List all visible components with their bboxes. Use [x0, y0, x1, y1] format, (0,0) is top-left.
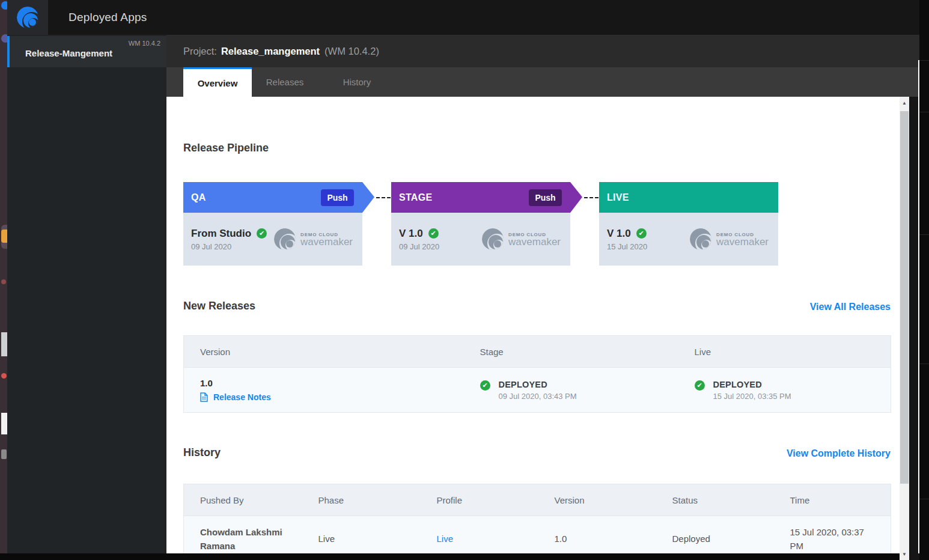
pipeline-connector — [362, 182, 391, 266]
app-window: Deployed Apps Release-Mangement WM 10.4.… — [0, 0, 929, 560]
project-header: Project: Release_mangement (WM 10.4.2) — [166, 35, 919, 67]
live-stage-name: LIVE — [607, 192, 629, 203]
stage-deployed-check-icon: ✔ — [428, 228, 439, 239]
dashed-connector-line — [376, 197, 391, 198]
new-releases-header: New Releases View All Releases — [183, 299, 891, 312]
release-notes-link[interactable]: Release Notes — [213, 392, 271, 402]
scrollbar-up-arrow-icon[interactable]: ▲ — [900, 98, 909, 108]
live-deployed-check-icon: ✔ — [695, 380, 705, 391]
column-profile: Profile — [421, 484, 538, 516]
live-deploy-status: DEPLOYED — [713, 380, 791, 389]
stage-date: 09 Jul 2020 — [399, 242, 439, 251]
live-cloud-brand: DEMO CLOUD wavemaker — [689, 227, 769, 251]
column-live: Live — [678, 336, 891, 368]
stage-version-label: V 1.0 — [399, 228, 423, 240]
history-table: Pushed By Phase Profile Version Status T… — [183, 484, 891, 553]
history-status: Deployed — [656, 516, 774, 554]
dock-icon-gray[interactable] — [1, 449, 7, 459]
wavemaker-logo-icon — [16, 5, 40, 29]
release-notes-icon — [200, 392, 208, 402]
scrollbar-thumb[interactable] — [900, 111, 909, 484]
column-version: Version — [184, 336, 464, 368]
tab-history[interactable]: History — [323, 67, 391, 97]
table-row: Chowdam Lakshmi Ramana Live Live 1.0 Dep… — [184, 516, 891, 554]
top-bar: Deployed Apps — [7, 0, 929, 35]
dock-icon-purple[interactable] — [1, 34, 7, 43]
os-dock-strip — [0, 0, 7, 560]
sidebar-item-release-mangement[interactable]: Release-Mangement WM 10.4.2 — [7, 36, 166, 67]
dock-icon-blue[interactable] — [1, 1, 7, 10]
pipeline-card-qa: QA Push From Studio ✔ 09 Jul 2020 — [183, 182, 362, 266]
tab-bar: Overview Releases History — [166, 67, 919, 97]
column-version: Version — [538, 484, 656, 516]
column-stage: Stage — [464, 336, 678, 368]
tab-releases[interactable]: Releases — [251, 67, 318, 97]
qa-push-button[interactable]: Push — [321, 189, 354, 206]
wavemaker-gray-logo-icon — [273, 227, 297, 251]
stage-header: STAGE Push — [391, 182, 570, 213]
wavemaker-label: wavemaker — [508, 237, 561, 247]
column-time: Time — [774, 484, 891, 516]
stage-deploy-status: DEPLOYED — [499, 380, 577, 389]
qa-body: From Studio ✔ 09 Jul 2020 — [183, 213, 362, 266]
release-version: 1.0 — [200, 378, 464, 388]
wavemaker-label: wavemaker — [716, 237, 769, 247]
column-pushed-by: Pushed By — [184, 484, 302, 516]
dock-icon-orange[interactable] — [1, 230, 7, 243]
sidebar: Release-Mangement WM 10.4.2 — [7, 35, 166, 560]
release-pipeline-title: Release Pipeline — [183, 141, 891, 154]
project-label: Project: — [183, 46, 217, 57]
column-phase: Phase — [302, 484, 421, 516]
wavemaker-gray-logo-icon — [481, 227, 505, 251]
dock-icon-red-dim[interactable] — [1, 279, 6, 284]
history-phase: Live — [302, 516, 421, 554]
project-version: (WM 10.4.2) — [324, 46, 379, 57]
vertical-scrollbar[interactable]: ▲ ▼ — [900, 97, 909, 560]
bottom-edge-bar — [0, 553, 900, 560]
live-deploy-time: 15 Jul 2020, 03:35 PM — [713, 392, 791, 401]
pipeline-card-stage: STAGE Push V 1.0 ✔ 09 Jul 2020 — [391, 182, 570, 266]
history-time: 15 Jul 2020, 03:37 PM — [774, 516, 891, 554]
stage-deployed-check-icon: ✔ — [480, 380, 490, 391]
live-header: LIVE — [599, 182, 778, 213]
live-date: 15 Jul 2020 — [607, 242, 647, 251]
wavemaker-gray-logo-icon — [689, 227, 713, 251]
project-name: Release_mangement — [221, 46, 320, 57]
pipeline-connector — [570, 182, 599, 266]
new-releases-title: New Releases — [183, 299, 255, 312]
live-body: V 1.0 ✔ 15 Jul 2020 — [599, 213, 778, 266]
wavemaker-logo-tile[interactable] — [7, 0, 48, 35]
history-title: History — [183, 446, 221, 459]
sidebar-app-name: Release-Mangement — [25, 48, 112, 58]
new-releases-table: Version Stage Live 1.0 — [183, 335, 891, 413]
sidebar-app-version: WM 10.4.2 — [129, 40, 160, 47]
dock-icon-gray-window[interactable] — [1, 332, 7, 356]
qa-header: QA Push — [183, 182, 362, 213]
history-header: History View Complete History — [183, 446, 891, 459]
column-status: Status — [656, 484, 774, 516]
history-pushed-by: Chowdam Lakshmi Ramana — [184, 516, 302, 554]
right-edge-strip — [919, 0, 929, 560]
qa-stage-name: QA — [191, 192, 206, 203]
view-complete-history-link[interactable]: View Complete History — [787, 448, 891, 459]
qa-version-label: From Studio — [191, 228, 251, 240]
qa-date: 09 Jul 2020 — [191, 242, 267, 251]
dashed-connector-line — [584, 197, 599, 198]
qa-cloud-brand: DEMO CLOUD wavemaker — [273, 227, 353, 251]
wavemaker-label: wavemaker — [300, 237, 353, 247]
table-row: 1.0 Release Notes — [184, 368, 891, 413]
main-content: Release Pipeline QA Push From Studio ✔ 0… — [166, 97, 900, 553]
history-profile-link[interactable]: Live — [437, 534, 454, 544]
stage-deploy-time: 09 Jul 2020, 03:43 PM — [499, 392, 577, 401]
stage-push-button[interactable]: Push — [529, 189, 562, 206]
page-title: Deployed Apps — [69, 11, 147, 24]
view-all-releases-link[interactable]: View All Releases — [810, 302, 891, 312]
live-deployed-check-icon: ✔ — [636, 228, 647, 239]
tab-overview[interactable]: Overview — [183, 67, 252, 97]
pipeline-card-live: LIVE V 1.0 ✔ 15 Jul 2020 — [599, 182, 778, 266]
dock-icon-red[interactable] — [1, 373, 7, 379]
release-pipeline: QA Push From Studio ✔ 09 Jul 2020 — [183, 182, 891, 266]
history-version: 1.0 — [538, 516, 656, 554]
dock-icon-white-window[interactable] — [1, 413, 7, 434]
scrollbar-down-arrow-icon[interactable]: ▼ — [900, 549, 909, 559]
